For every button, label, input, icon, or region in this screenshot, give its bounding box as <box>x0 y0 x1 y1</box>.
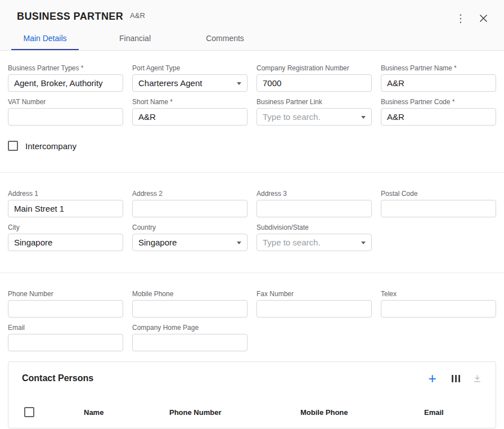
header-actions: ⋮ <box>452 11 492 25</box>
section-divider <box>0 172 504 173</box>
business-partner-link-select[interactable] <box>256 108 372 126</box>
business-partner-dialog: BUSINESS PARTNER A&R ⋮ Main Details Fina… <box>0 0 504 429</box>
dialog-header: BUSINESS PARTNER A&R ⋮ Main Details Fina… <box>0 0 504 51</box>
telex-field: Telex <box>381 290 496 318</box>
tab-bar: Main Details Financial Comments <box>0 26 504 50</box>
company-home-page-input[interactable] <box>132 334 248 351</box>
contact-persons-title: Contact Persons <box>22 373 93 383</box>
city-input[interactable] <box>8 234 123 251</box>
contact-persons-table-header: Name Phone Number Mobile Phone Email <box>8 396 496 428</box>
port-agent-type-select[interactable] <box>132 74 248 92</box>
short-name-input[interactable] <box>132 108 248 126</box>
field-label: VAT Number <box>8 98 123 106</box>
field-label: Short Name * <box>132 98 248 106</box>
chevron-down-icon[interactable] <box>237 242 241 244</box>
column-header-email: Email <box>424 408 496 417</box>
page-title: BUSINESS PARTNER <box>17 11 123 22</box>
address-2-input[interactable] <box>132 200 248 217</box>
close-icon[interactable] <box>475 11 492 25</box>
chevron-down-icon[interactable] <box>237 82 241 85</box>
country-field: Country <box>132 224 248 251</box>
field-label: Subdivision/State <box>256 224 372 231</box>
contact-persons-actions: + <box>426 372 483 385</box>
intercompany-checkbox[interactable] <box>8 141 18 151</box>
address-3-field: Address 3 <box>256 190 372 217</box>
field-label: Address 1 <box>8 190 123 198</box>
contact-info-grid: Phone Number Mobile Phone Fax Number Tel… <box>8 290 496 351</box>
field-label: Address 3 <box>256 190 372 198</box>
vat-number-field: VAT Number <box>8 98 123 126</box>
contact-persons-card: Contact Persons + Name Phone Number Mobi… <box>8 361 496 428</box>
company-registration-number-field: Company Registration Number <box>256 64 372 92</box>
field-label: Company Registration Number <box>256 64 372 72</box>
chevron-down-icon[interactable] <box>361 242 366 244</box>
field-label: Fax Number <box>256 290 372 298</box>
port-agent-type-field: Port Agent Type <box>132 64 248 92</box>
tab-comments[interactable]: Comments <box>180 26 270 50</box>
main-details-grid: Business Partner Types * Port Agent Type… <box>8 64 496 126</box>
column-header-mobile-phone: Mobile Phone <box>300 408 424 417</box>
tab-main-details[interactable]: Main Details <box>0 26 90 50</box>
subdivision-state-select[interactable] <box>256 234 372 251</box>
download-icon <box>472 374 482 383</box>
field-label: Telex <box>381 290 496 298</box>
business-partner-link-field: Business Partner Link <box>256 98 372 126</box>
field-label: Email <box>8 324 123 332</box>
field-label: Business Partner Types * <box>8 64 123 72</box>
fax-number-input[interactable] <box>256 300 372 318</box>
mobile-phone-field: Mobile Phone <box>132 290 248 318</box>
field-label: Country <box>132 224 248 231</box>
field-label: Postal Code <box>381 190 496 198</box>
telex-input[interactable] <box>381 300 496 318</box>
page-subtitle: A&R <box>130 11 145 20</box>
city-field: City <box>8 224 123 251</box>
short-name-field: Short Name * <box>132 98 248 126</box>
contact-persons-header: Contact Persons + <box>8 362 496 396</box>
postal-code-field: Postal Code <box>381 190 496 217</box>
phone-number-input[interactable] <box>8 300 123 318</box>
intercompany-row: Intercompany <box>8 141 496 151</box>
phone-number-field: Phone Number <box>8 290 123 318</box>
business-partner-code-field: Business Partner Code * <box>381 98 496 126</box>
email-field: Email <box>8 324 123 351</box>
field-label: Address 2 <box>132 190 248 198</box>
company-home-page-field: Company Home Page <box>132 324 248 351</box>
postal-code-input[interactable] <box>381 200 496 217</box>
subdivision-state-field: Subdivision/State <box>256 224 372 251</box>
address-2-field: Address 2 <box>132 190 248 217</box>
column-header-phone-number: Phone Number <box>169 408 300 417</box>
vat-number-input[interactable] <box>8 108 123 126</box>
field-label: Port Agent Type <box>132 64 248 72</box>
business-partner-name-input[interactable] <box>381 74 496 92</box>
main-details-section: Business Partner Types * Port Agent Type… <box>8 64 496 151</box>
field-label: Business Partner Name * <box>381 64 496 72</box>
address-section: Address 1 Address 2 Address 3 Postal Cod… <box>8 190 496 251</box>
business-partner-types-input[interactable] <box>8 74 123 92</box>
kebab-menu-icon[interactable]: ⋮ <box>452 11 469 25</box>
mobile-phone-input[interactable] <box>132 300 248 318</box>
dialog-body: Business Partner Types * Port Agent Type… <box>0 51 504 429</box>
country-select[interactable] <box>132 234 248 251</box>
business-partner-code-input[interactable] <box>381 108 496 126</box>
field-label: Business Partner Link <box>256 98 372 106</box>
address-grid: Address 1 Address 2 Address 3 Postal Cod… <box>8 190 496 251</box>
address-1-input[interactable] <box>8 200 123 217</box>
select-all-checkbox[interactable] <box>24 407 34 417</box>
business-partner-name-field: Business Partner Name * <box>381 64 496 92</box>
field-label: Company Home Page <box>132 324 248 332</box>
title-row: BUSINESS PARTNER A&R ⋮ <box>0 0 504 26</box>
field-label: Phone Number <box>8 290 123 298</box>
columns-icon[interactable] <box>451 374 462 383</box>
intercompany-label: Intercompany <box>25 141 76 151</box>
fax-number-field: Fax Number <box>256 290 372 318</box>
tab-financial[interactable]: Financial <box>90 26 180 50</box>
field-label: City <box>8 224 123 231</box>
column-header-name: Name <box>84 408 169 417</box>
add-contact-person-icon[interactable]: + <box>426 372 439 385</box>
company-registration-number-input[interactable] <box>256 74 372 92</box>
address-1-field: Address 1 <box>8 190 123 217</box>
field-label: Business Partner Code * <box>381 98 496 106</box>
chevron-down-icon[interactable] <box>361 116 366 119</box>
email-input[interactable] <box>8 334 123 351</box>
address-3-input[interactable] <box>256 200 372 217</box>
